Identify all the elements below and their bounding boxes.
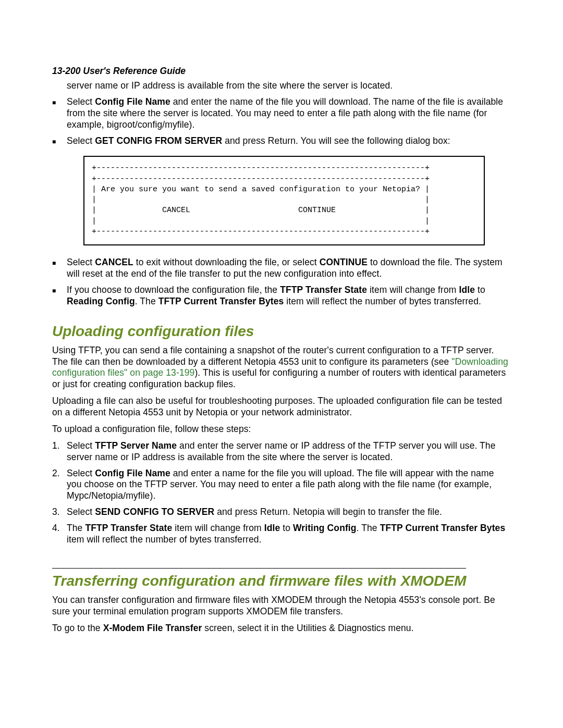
text: Select	[67, 257, 95, 267]
section-heading-uploading: Uploading configuration files	[52, 323, 511, 340]
bold-text: Idle	[264, 523, 280, 533]
dialog-box-figure: +---------------------------------------…	[83, 156, 485, 245]
upload-paragraph-1: Using TFTP, you can send a file containi…	[52, 345, 511, 391]
numbered-item: 2. Select Config File Name and enter a n…	[52, 468, 511, 502]
bold-text: Reading Config	[67, 296, 135, 306]
intro-line: server name or IP address is available f…	[67, 80, 511, 92]
text: to exit without downloading the file, or…	[133, 257, 320, 267]
text: item will change from	[172, 523, 264, 533]
bold-text: TFTP Transfer State	[280, 285, 367, 295]
text: screen, select it in the Utilities & Dia…	[202, 623, 413, 633]
text: item will change from	[367, 285, 459, 295]
bold-text: CONTINUE	[320, 257, 368, 267]
bullet-content: Select GET CONFIG FROM SERVER and press …	[67, 135, 511, 147]
text: The	[67, 523, 85, 533]
bullet-item: ■ Select CANCEL to exit without download…	[52, 257, 511, 280]
text: to	[280, 523, 293, 533]
bold-text: Writing Config	[293, 523, 357, 533]
text: To go to the	[52, 623, 103, 633]
bullet-marker-icon: ■	[52, 135, 67, 145]
text: Using TFTP, you can send a file containi…	[52, 345, 494, 367]
text: and press Return. Netopia will begin to …	[214, 507, 442, 517]
numbered-item: 4. The TFTP Transfer State item will cha…	[52, 523, 511, 546]
bold-text: Config File Name	[95, 96, 170, 107]
section-heading-xmodem: Transferring configuration and firmware …	[52, 568, 466, 589]
document-page: 13-200 User's Reference Guide server nam…	[0, 0, 563, 728]
num-marker: 4.	[52, 523, 67, 534]
text: item will reflect the number of bytes tr…	[67, 534, 262, 545]
text: If you choose to download the configurat…	[67, 285, 280, 295]
upload-paragraph-3: To upload a configuration file, follow t…	[52, 424, 511, 435]
bullet-marker-icon: ■	[52, 96, 67, 106]
bold-text: CANCEL	[95, 257, 133, 267]
bold-text: X-Modem File Transfer	[103, 623, 202, 633]
bullet-content: If you choose to download the configurat…	[67, 285, 511, 307]
numbered-item: 3. Select SEND CONFIG TO SERVER and pres…	[52, 507, 511, 518]
bullet-content: Select Config File Name and enter the na…	[67, 96, 511, 131]
num-content: Select Config File Name and enter a name…	[67, 468, 511, 502]
text: and press Return. You will see the follo…	[222, 135, 450, 146]
num-marker: 3.	[52, 507, 67, 517]
bullet-item: ■ If you choose to download the configur…	[52, 285, 511, 307]
num-content: The TFTP Transfer State item will change…	[67, 523, 511, 546]
text: Select	[67, 468, 95, 478]
bullet-content: Select CANCEL to exit without downloadin…	[67, 257, 511, 280]
bold-text: TFTP Transfer State	[85, 523, 172, 533]
num-content: Select TFTP Server Name and enter the se…	[67, 440, 511, 463]
bullet-marker-icon: ■	[52, 257, 67, 267]
text: to	[475, 285, 485, 295]
bold-text: TFTP Current Transfer Bytes	[158, 296, 284, 306]
bold-text: TFTP Server Name	[95, 440, 177, 451]
page-header: 13-200 User's Reference Guide	[52, 66, 511, 77]
num-marker: 2.	[52, 468, 67, 479]
text: . The	[135, 296, 158, 306]
bullet-item: ■ Select GET CONFIG FROM SERVER and pres…	[52, 135, 511, 147]
num-content: Select SEND CONFIG TO SERVER and press R…	[67, 507, 511, 518]
text: Select	[67, 507, 95, 517]
text: Select	[67, 135, 95, 146]
text: item will reflect the number of bytes tr…	[284, 296, 481, 306]
num-marker: 1.	[52, 440, 67, 451]
dialog-ascii: +---------------------------------------…	[92, 163, 479, 237]
text: Select	[67, 440, 95, 451]
bold-text: Config File Name	[95, 468, 170, 478]
text: . The	[357, 523, 380, 533]
xmodem-paragraph-1: You can transfer configuration and firmw…	[52, 595, 511, 618]
bold-text: GET CONFIG FROM SERVER	[95, 135, 222, 146]
bullet-item: ■ Select Config File Name and enter the …	[52, 96, 511, 131]
section-heading-xmodem-text: Transferring configuration and firmware …	[52, 573, 466, 589]
xmodem-paragraph-2: To go to the X-Modem File Transfer scree…	[52, 623, 511, 634]
bold-text: Idle	[459, 285, 475, 295]
bold-text: TFTP Current Transfer Bytes	[380, 523, 506, 533]
bullet-marker-icon: ■	[52, 285, 67, 294]
upload-paragraph-2: Uploading a file can also be useful for …	[52, 396, 511, 418]
numbered-item: 1. Select TFTP Server Name and enter the…	[52, 440, 511, 463]
text: Select	[67, 96, 95, 107]
bold-text: SEND CONFIG TO SERVER	[95, 507, 214, 517]
